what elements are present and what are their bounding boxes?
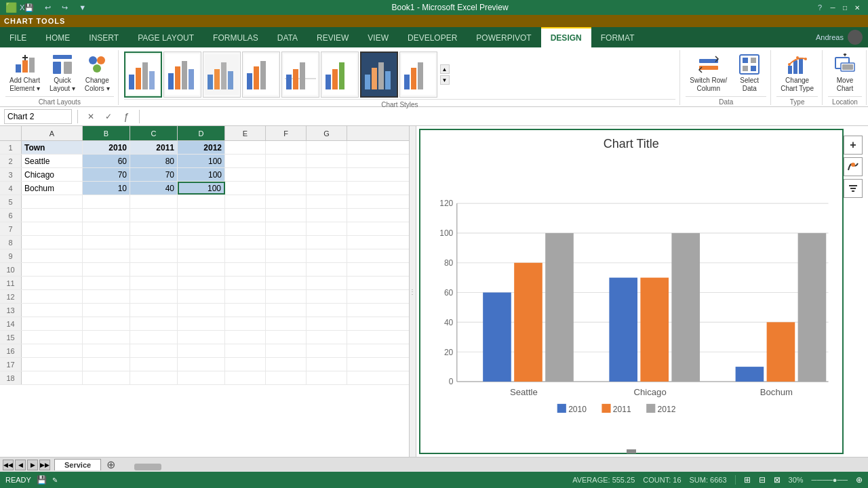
restore-btn[interactable]: □: [840, 3, 850, 12]
bar-bochum-2012[interactable]: [797, 233, 826, 382]
quick-access-redo[interactable]: ↪: [62, 3, 68, 12]
chart-styles-scroll-down[interactable]: ▼: [440, 75, 450, 85]
tab-formulas[interactable]: FORMULAS: [203, 27, 268, 47]
cell-b1[interactable]: 2010: [83, 141, 130, 154]
cell-a2[interactable]: Seattle: [22, 155, 83, 167]
quick-layout-button[interactable]: QuickLayout ▾: [45, 52, 79, 95]
chart-elements-btn[interactable]: +: [844, 136, 863, 155]
bar-chicago-2011[interactable]: [640, 278, 669, 382]
tab-view[interactable]: VIEW: [358, 27, 398, 47]
cell-b2[interactable]: 60: [83, 155, 130, 167]
minimize-btn[interactable]: ─: [827, 3, 838, 12]
chart-filters-btn[interactable]: [844, 179, 863, 198]
chart-style-7-selected[interactable]: [360, 52, 398, 98]
sheet-nav-first[interactable]: ◀◀: [3, 460, 14, 470]
help-btn[interactable]: ?: [814, 3, 826, 12]
close-btn[interactable]: ✕: [852, 3, 863, 12]
change-colors-button[interactable]: ChangeColors ▾: [81, 52, 114, 95]
sheet-nav-last[interactable]: ▶▶: [39, 460, 50, 470]
chart-style-3[interactable]: [203, 52, 241, 98]
col-header-a[interactable]: A: [22, 126, 83, 140]
cell-f1[interactable]: [266, 141, 307, 154]
cell-f2[interactable]: [266, 155, 307, 167]
cell-b3[interactable]: 70: [83, 168, 130, 181]
tab-home[interactable]: HOME: [36, 27, 79, 47]
cell-f4[interactable]: [266, 182, 307, 195]
confirm-formula-btn[interactable]: ✓: [101, 109, 116, 124]
add-chart-element-button[interactable]: Add ChartElement ▾: [5, 52, 44, 95]
cell-d1[interactable]: 2012: [178, 141, 225, 154]
bar-chicago-2010[interactable]: [609, 278, 637, 382]
sheet-nav-prev[interactable]: ◀: [15, 460, 26, 470]
switch-row-column-button[interactable]: Switch Row/Column: [686, 52, 731, 95]
bar-bochum-2010[interactable]: [735, 367, 764, 382]
tab-page-layout[interactable]: PAGE LAYOUT: [128, 27, 203, 47]
sheet-tab-service[interactable]: Service: [54, 459, 101, 470]
cell-a4[interactable]: Bochum: [22, 182, 83, 195]
view-page-break-btn[interactable]: ⊠: [774, 475, 781, 485]
formula-input[interactable]: [145, 109, 864, 124]
chart-resize-handle-bottom[interactable]: [627, 449, 636, 453]
view-layout-btn[interactable]: ⊟: [759, 475, 766, 485]
cell-e1[interactable]: [225, 141, 266, 154]
col-header-g[interactable]: G: [307, 126, 347, 140]
chart-styles-btn[interactable]: [844, 157, 863, 176]
add-sheet-btn[interactable]: ⊕: [101, 458, 121, 472]
chart-style-8[interactable]: [399, 52, 437, 98]
chart-style-5[interactable]: [281, 52, 319, 98]
cell-d2[interactable]: 100: [178, 155, 225, 167]
tab-design[interactable]: DESIGN: [541, 27, 591, 47]
cell-c1[interactable]: 2011: [130, 141, 178, 154]
cell-a1[interactable]: Town: [22, 141, 83, 154]
bar-seattle-2010[interactable]: [483, 293, 511, 382]
change-chart-type-button[interactable]: ChangeChart Type: [776, 52, 818, 95]
cell-c3[interactable]: 70: [130, 168, 178, 181]
tab-format[interactable]: FORMAT: [591, 27, 644, 47]
bar-seattle-2012[interactable]: [545, 233, 574, 382]
bar-bochum-2011[interactable]: [766, 322, 795, 382]
chart-style-6[interactable]: [321, 52, 359, 98]
sheet-nav-next[interactable]: ▶: [27, 460, 38, 470]
chart-style-4[interactable]: [242, 52, 280, 98]
cell-g4[interactable]: [307, 182, 347, 195]
quick-access-save[interactable]: 💾: [24, 3, 34, 12]
col-header-c[interactable]: C: [130, 126, 178, 140]
chart-area[interactable]: Chart Title 0 20 40 60 80 100 120: [419, 129, 844, 454]
cell-g2[interactable]: [307, 155, 347, 167]
move-chart-button[interactable]: MoveChart: [828, 52, 862, 95]
cell-g1[interactable]: [307, 141, 347, 154]
tab-powerpivot[interactable]: POWERPIVOT: [467, 27, 540, 47]
cell-e3[interactable]: [225, 168, 266, 181]
name-box[interactable]: Chart 2: [4, 109, 72, 124]
cell-d3[interactable]: 100: [178, 168, 225, 181]
quick-access-custom[interactable]: ▼: [79, 3, 86, 12]
cell-c4[interactable]: 40: [130, 182, 178, 195]
bar-seattle-2011[interactable]: [514, 263, 542, 382]
tab-insert[interactable]: INSERT: [79, 27, 128, 47]
col-header-f[interactable]: F: [266, 126, 307, 140]
col-header-b[interactable]: B: [83, 126, 130, 140]
cell-f3[interactable]: [266, 168, 307, 181]
h-scroll-thumb[interactable]: [134, 464, 161, 470]
col-header-d[interactable]: D: [178, 126, 225, 140]
chart-style-2[interactable]: [163, 52, 201, 98]
tab-data[interactable]: DATA: [268, 27, 307, 47]
zoom-slider[interactable]: ────●──: [812, 476, 848, 484]
cell-a3[interactable]: Chicago: [22, 168, 83, 181]
cell-b4[interactable]: 10: [83, 182, 130, 195]
tab-developer[interactable]: DEVELOPER: [398, 27, 467, 47]
select-data-button[interactable]: SelectData: [732, 52, 766, 95]
cell-d4[interactable]: 100: [178, 182, 225, 195]
quick-access-undo[interactable]: ↩: [45, 3, 51, 12]
cell-e4[interactable]: [225, 182, 266, 195]
tab-file[interactable]: FILE: [0, 27, 36, 47]
horizontal-scrollbar[interactable]: [121, 458, 868, 472]
chart-styles-scroll-up[interactable]: ▲: [440, 64, 450, 74]
insert-function-btn[interactable]: ƒ: [119, 109, 134, 124]
cell-e2[interactable]: [225, 155, 266, 167]
col-header-e[interactable]: E: [225, 126, 266, 140]
view-normal-btn[interactable]: ⊞: [744, 475, 751, 485]
cell-c2[interactable]: 80: [130, 155, 178, 167]
chart-style-1[interactable]: [124, 52, 162, 98]
cancel-formula-btn[interactable]: ✕: [83, 109, 98, 124]
